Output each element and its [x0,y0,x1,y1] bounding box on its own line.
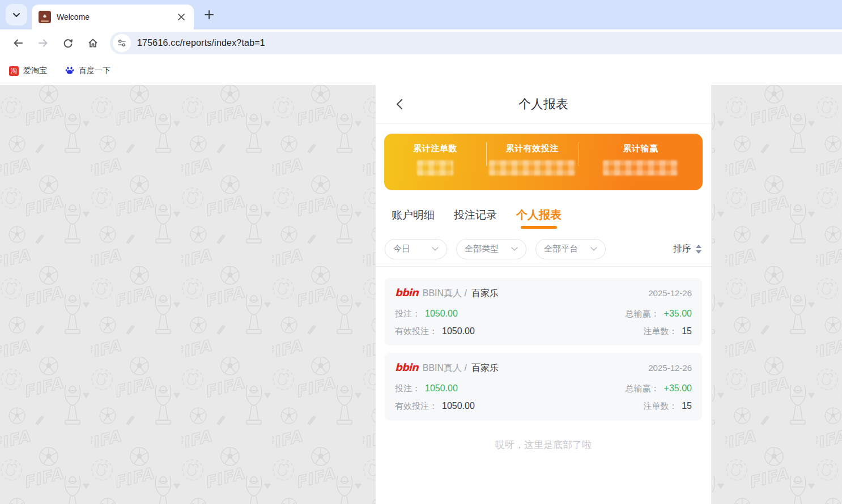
report-header: 个人报表 [376,85,711,123]
bet-value: 1050.00 [425,309,458,319]
record-date: 2025-12-26 [648,363,692,373]
tab-label: 个人报表 [516,208,562,221]
chevron-down-icon [13,10,20,20]
url-text: 175616.cc/reports/index?tab=1 [137,38,265,48]
date-filter-dropdown[interactable]: 今日 [385,239,447,259]
stat-label: 累计输赢 [623,143,658,154]
page-title: 个人报表 [518,96,568,113]
report-list: bbin BBIN真人 / 百家乐 2025-12-26 投注：1050.00 … [376,267,711,451]
provider: bbin BBIN真人 / 百家乐 [395,287,499,300]
address-bar[interactable]: 175616.cc/reports/index?tab=1 [110,32,842,54]
card-row: 投注：1050.00 总输赢：+35.00 [395,309,692,319]
home-button[interactable] [83,33,103,53]
bookmark-label: 百度一下 [79,66,110,76]
bookmarks-bar: 淘 爱淘宝 百度一下 [0,57,842,85]
card-row: 有效投注：1050.00 注单数：15 [395,401,692,412]
valid-bet-label: 有效投注： [395,326,437,337]
site-settings-icon [117,38,127,48]
end-of-list-note: 哎呀，这里是底部了啦 [385,438,702,451]
sort-arrows-icon [695,245,702,254]
sort-button[interactable]: 排序 [673,243,702,255]
summary-stats-card: 累计注单数 累计有效投注 累计输赢 [384,134,703,190]
stat-total-winloss: 累计输赢 [579,134,703,190]
order-count-value: 15 [682,326,692,336]
reload-icon [62,37,74,49]
report-card[interactable]: bbin BBIN真人 / 百家乐 2025-12-26 投注：1050.00 … [385,278,702,345]
bbin-logo: bbin [395,287,418,298]
stat-total-orders: 累计注单数 [384,134,486,190]
report-card[interactable]: bbin BBIN真人 / 百家乐 2025-12-26 投注：1050.00 … [385,353,702,420]
provider: bbin BBIN真人 / 百家乐 [395,361,499,374]
page-back-button[interactable] [392,85,407,123]
bet-label: 投注： [395,309,420,319]
stat-divider [486,142,487,166]
back-arrow-icon [12,37,24,49]
card-row: 投注：1050.00 总输赢：+35.00 [395,383,692,394]
order-count-label: 注单数： [643,326,677,337]
provider-name: BBIN真人 / [423,288,467,300]
browser-toolbar: 175616.cc/reports/index?tab=1 [0,29,842,57]
redacted-value [489,160,575,176]
site-info-button[interactable] [113,34,131,52]
card-row: 有效投注：1050.00 注单数：15 [395,326,692,337]
bookmark-taobao[interactable]: 淘 爱淘宝 [9,66,47,76]
active-tab-underline [521,226,557,229]
spade-icon: ♠ [43,12,46,19]
platform-filter-dropdown[interactable]: 全部平台 [535,239,606,259]
redacted-value [603,160,678,176]
plus-icon [205,10,214,19]
browser-tab-strip: ♠ Welcome [0,0,842,29]
section-tabs: 账户明细 投注记录 个人报表 [376,197,711,232]
new-tab-button[interactable] [199,5,219,24]
site-favicon: ♠ [39,11,51,23]
record-date: 2025-12-26 [648,288,692,298]
valid-bet-value: 1050.00 [442,401,475,411]
chevron-down-icon [432,247,439,251]
type-filter-dropdown[interactable]: 全部类型 [456,239,526,259]
tab-personal-report[interactable]: 个人报表 [515,207,563,223]
bookmark-label: 爱淘宝 [23,66,47,76]
valid-bet-value: 1050.00 [442,326,475,336]
sort-label: 排序 [673,243,691,255]
game-name: 百家乐 [471,362,499,374]
provider-name: BBIN真人 / [423,362,467,374]
home-icon [87,37,99,49]
winloss-value: +35.00 [664,383,692,394]
filter-bar: 今日 全部类型 全部平台 排序 [376,232,711,267]
card-title-row: bbin BBIN真人 / 百家乐 2025-12-26 [395,287,692,300]
favicon-banner [41,20,49,22]
browser-tab-welcome[interactable]: ♠ Welcome [32,5,194,29]
forward-arrow-icon [37,37,49,49]
valid-bet-label: 有效投注： [395,401,437,412]
winloss-label: 总输赢： [626,383,660,394]
chevron-down-icon [511,247,518,251]
close-icon[interactable] [175,10,188,24]
order-count-value: 15 [682,401,692,411]
report-panel: 个人报表 累计注单数 累计有效投注 累计输赢 账户明细 投注记录 个人报表 [376,85,712,504]
chevron-left-icon [396,99,403,110]
winloss-value: +35.00 [664,309,692,319]
baidu-paw-icon [65,66,74,76]
order-count-label: 注单数： [643,401,677,412]
stat-label: 累计有效投注 [506,143,559,154]
chevron-down-icon [590,247,597,251]
forward-button[interactable] [33,33,53,53]
reload-button[interactable] [58,33,78,53]
back-button[interactable] [8,33,28,53]
page-content: FIFA FIFA [0,85,842,504]
stat-divider [579,142,579,166]
stat-total-valid-bets: 累计有效投注 [486,134,579,190]
bbin-logo: bbin [395,361,418,373]
taobao-icon: 淘 [9,66,19,76]
tab-search-button[interactable] [6,4,27,25]
tab-bet-records[interactable]: 投注记录 [453,208,498,223]
bet-value: 1050.00 [425,383,458,394]
bookmark-baidu[interactable]: 百度一下 [65,66,110,76]
filter-label: 全部平台 [544,244,578,254]
winloss-label: 总输赢： [626,309,660,319]
filter-label: 今日 [393,244,410,254]
tab-account-details[interactable]: 账户明细 [390,208,436,223]
card-title-row: bbin BBIN真人 / 百家乐 2025-12-26 [395,361,692,374]
tab-title: Welcome [57,12,175,22]
redacted-value [417,160,453,176]
